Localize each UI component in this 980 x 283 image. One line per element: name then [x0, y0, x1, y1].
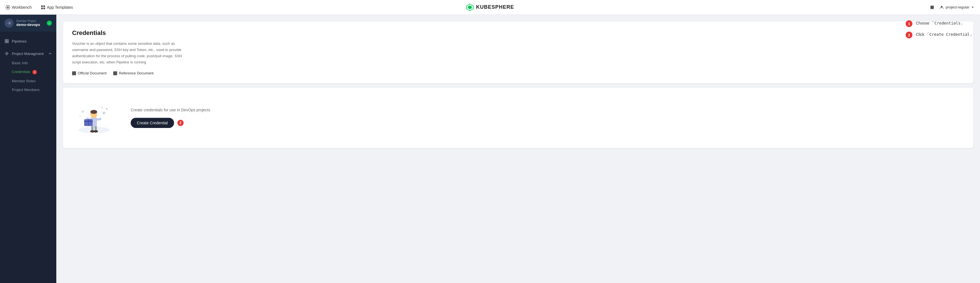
annotation-num-1: 1 — [906, 20, 912, 27]
svg-point-27 — [94, 130, 98, 133]
svg-rect-3 — [43, 5, 45, 7]
official-doc-link[interactable]: Official Document — [72, 71, 107, 75]
sidebar-item-project-members[interactable]: Project Members — [0, 85, 56, 94]
workbench-icon — [6, 5, 10, 10]
annotation-text-2: Click 「Create Credential」 — [916, 32, 974, 37]
topnav: Workbench App Templates KUBESPHERE — [0, 0, 980, 14]
empty-content: Create credentials for use in DevOps pro… — [130, 108, 210, 128]
app-templates-nav-item[interactable]: App Templates — [41, 5, 73, 10]
svg-rect-20 — [96, 118, 101, 121]
project-header[interactable]: DevOps Project demo-devops ✓ — [0, 14, 56, 32]
app-templates-label: App Templates — [47, 5, 73, 10]
chevron-down-icon — [971, 6, 974, 9]
doc-links: Official Document Reference Document — [72, 71, 964, 75]
project-status-check: ✓ — [47, 21, 52, 26]
notifications-icon[interactable] — [929, 5, 935, 10]
project-type: DevOps Project — [16, 19, 44, 22]
sidebar-item-credentials[interactable]: Credentials 1 — [0, 67, 56, 77]
reference-doc-label: Reference Document — [119, 71, 153, 75]
project-management-label: Project Managment — [12, 51, 44, 56]
workbench-label: Workbench — [12, 5, 32, 10]
sidebar-item-basic-info[interactable]: Basic Info — [0, 59, 56, 67]
topnav-right: project-regular — [929, 5, 974, 10]
credentials-badge: 1 — [32, 70, 37, 74]
credentials-card-description: Voucher is an object that contains some … — [72, 41, 185, 66]
svg-rect-10 — [5, 40, 6, 41]
empty-state-svg — [74, 99, 114, 136]
svg-point-15 — [79, 126, 110, 133]
svg-rect-8 — [931, 6, 934, 9]
annotation-num-2: 2 — [906, 32, 912, 38]
basic-info-label: Basic Info — [12, 61, 28, 65]
reference-doc-icon — [113, 71, 117, 75]
annotation-step2-value: 「Create Credential」 — [925, 32, 974, 37]
svg-point-28 — [102, 112, 105, 114]
create-credential-row: Create Credential 2 — [130, 118, 210, 128]
topnav-left: Workbench App Templates — [6, 5, 73, 10]
workbench-nav-item[interactable]: Workbench — [6, 5, 32, 10]
sidebar-nav: Pipelines Project Managment — [0, 32, 56, 283]
annotation-panel: 1 Choose 「Credentials」 2 Click 「Create C… — [901, 14, 980, 44]
credentials-label: Credentials — [12, 70, 30, 74]
devops-icon — [7, 21, 11, 26]
project-members-label: Project Members — [12, 88, 40, 92]
annotation-step1-prefix: Choose — [916, 21, 931, 26]
annotation-step-2: 2 Click 「Create Credential」 — [906, 32, 975, 38]
project-info: DevOps Project demo-devops — [16, 19, 44, 27]
reference-doc-link[interactable]: Reference Document — [113, 71, 153, 75]
sidebar: DevOps Project demo-devops ✓ Pipelines — [0, 14, 56, 283]
annotation-text-1: Choose 「Credentials」 — [916, 20, 964, 26]
sidebar-item-project-management[interactable]: Project Managment — [0, 48, 56, 59]
create-credential-step-badge: 2 — [177, 120, 184, 126]
empty-state-card: Create credentials for use in DevOps pro… — [63, 88, 973, 148]
topnav-logo: KUBESPHERE — [466, 3, 514, 11]
sidebar-section-project-management: Project Managment Basic Info Credentials… — [0, 48, 56, 94]
empty-illustration — [74, 99, 114, 137]
member-roles-label: Member Roles — [12, 79, 36, 83]
svg-rect-2 — [41, 5, 43, 7]
empty-state-description: Create credentials for use in DevOps pro… — [130, 108, 210, 112]
sidebar-section-pipelines: Pipelines — [0, 36, 56, 46]
pipelines-label: Pipelines — [12, 39, 27, 43]
kubesphere-logo-icon — [466, 3, 474, 11]
project-icon — [5, 19, 14, 28]
user-menu[interactable]: project-regular — [939, 5, 974, 10]
svg-point-31 — [82, 110, 84, 113]
annotation-step2-prefix: Click — [916, 32, 925, 37]
project-name: demo-devops — [16, 22, 44, 27]
svg-point-14 — [6, 53, 8, 54]
settings-icon — [5, 51, 9, 56]
pipelines-icon — [5, 39, 9, 43]
official-doc-icon — [72, 71, 76, 75]
user-label: project-regular — [946, 5, 969, 9]
annotation-step-1: 1 Choose 「Credentials」 — [906, 20, 975, 27]
page-layout: DevOps Project demo-devops ✓ Pipelines — [0, 14, 980, 283]
svg-rect-13 — [7, 42, 8, 43]
svg-rect-4 — [41, 8, 43, 9]
svg-point-1 — [7, 6, 9, 8]
svg-marker-7 — [468, 5, 472, 9]
credentials-card-title: Credentials — [72, 29, 964, 37]
logo-text: KUBESPHERE — [476, 4, 514, 10]
svg-point-30 — [101, 106, 103, 109]
annotation-step1-value: 「Credentials」 — [931, 21, 964, 26]
main-content: Credentials Voucher is an object that co… — [56, 14, 980, 283]
user-icon — [939, 5, 944, 10]
svg-point-32 — [79, 115, 81, 117]
app-templates-icon — [41, 5, 45, 10]
sidebar-item-member-roles[interactable]: Member Roles — [0, 77, 56, 85]
create-credential-label: Create Credential — [137, 121, 168, 125]
svg-rect-11 — [7, 40, 8, 41]
chevron-up-icon — [48, 52, 52, 55]
create-credential-button[interactable]: Create Credential — [130, 118, 174, 128]
official-doc-label: Official Document — [78, 71, 107, 75]
svg-rect-12 — [5, 42, 6, 43]
svg-rect-5 — [43, 8, 45, 9]
svg-point-29 — [106, 108, 108, 110]
credentials-info-card: Credentials Voucher is an object that co… — [63, 21, 973, 83]
svg-point-18 — [91, 110, 97, 114]
sidebar-item-pipelines[interactable]: Pipelines — [0, 36, 56, 46]
